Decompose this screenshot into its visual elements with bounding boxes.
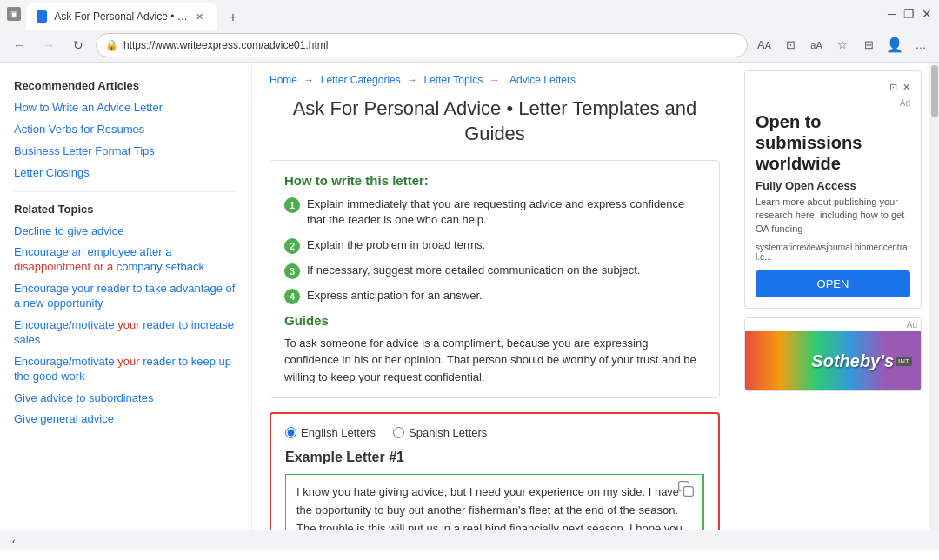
window-icon: ▣ — [7, 7, 21, 21]
how-to-box: How to write this letter: 1 Explain imme… — [270, 160, 720, 398]
restore-btn[interactable]: ❐ — [903, 7, 915, 21]
breadcrumb-letter-categories[interactable]: Letter Categories — [321, 74, 401, 86]
highlight-your2: your — [117, 355, 139, 368]
letter-body: I know you hate giving advice, but I nee… — [285, 474, 704, 530]
guides-text: To ask someone for advice is a complimen… — [284, 335, 705, 386]
sidebar-link-encourage-employee[interactable]: Encourage an employee after a disappoint… — [14, 245, 237, 275]
ad-sidebar: ⊡ ✕ Ad Open to submissions worldwide Ful… — [737, 63, 929, 530]
language-selector: English Letters Spanish Letters — [285, 426, 704, 439]
back-btn[interactable]: ← — [7, 33, 31, 57]
close-btn[interactable]: ✕ — [922, 7, 932, 21]
ad-title: Open to submissions worldwide — [756, 111, 910, 174]
breadcrumb: Home → Letter Categories → Letter Topics… — [270, 74, 720, 86]
new-tab-btn[interactable]: + — [221, 5, 245, 30]
sidebar-link-action-verbs[interactable]: Action Verbs for Resumes — [14, 123, 237, 137]
step-4: 4 Express anticipation for an answer. — [284, 288, 705, 304]
spanish-letters-option[interactable]: Spanish Letters — [393, 426, 487, 439]
tab-strip: Ask For Personal Advice • WriteE ✕ + — [26, 0, 882, 30]
breadcrumb-sep2: → — [407, 74, 417, 86]
english-letters-option[interactable]: English Letters — [285, 426, 376, 439]
step-3: 3 If necessary, suggest more detailed co… — [284, 263, 705, 279]
breadcrumb-sep3: → — [489, 74, 500, 86]
ad-box-1: ⊡ ✕ Ad Open to submissions worldwide Ful… — [744, 70, 922, 309]
ad-box-2: Ad Sotheby'sINT — [744, 317, 922, 391]
add-to-favorites-btn[interactable]: ☆ — [831, 34, 854, 57]
sidebar-link-encourage-good-work[interactable]: Encourage/motivate your reader to keep u… — [14, 355, 237, 384]
step-text-3: If necessary, suggest more detailed comm… — [307, 263, 640, 278]
copy-icon[interactable] — [677, 480, 696, 499]
sothebys-brand: Sotheby's — [811, 351, 894, 371]
nav-bar: ← → ↻ 🔒 https://www.writeexpress.com/adv… — [0, 28, 939, 63]
window-controls: ─ ❐ ✕ — [888, 7, 932, 21]
reload-btn[interactable]: ↻ — [66, 33, 90, 57]
minimize-btn[interactable]: ─ — [888, 7, 896, 21]
highlight-your1: your — [117, 318, 139, 331]
breadcrumb-letter-topics[interactable]: Letter Topics — [423, 74, 483, 86]
browser-chrome: ▣ Ask For Personal Advice • WriteE ✕ + ─… — [0, 0, 939, 63]
address-bar[interactable]: 🔒 https://www.writeexpress.com/advice01.… — [96, 33, 748, 57]
profile-btn[interactable]: 👤 — [883, 34, 906, 57]
scrollbar-track[interactable] — [929, 63, 939, 530]
guides-title: Guides — [284, 313, 705, 328]
breadcrumb-current: Advice Letters — [509, 74, 576, 86]
settings-btn[interactable]: … — [909, 34, 932, 57]
ad-controls: ⊡ ✕ — [756, 82, 910, 93]
letter-text: I know you hate giving advice, but I nee… — [296, 483, 691, 530]
step-1: 1 Explain immediately that you are reque… — [284, 197, 705, 228]
sidebar-link-closings[interactable]: Letter Closings — [14, 166, 237, 181]
reader-mode-btn[interactable]: AA — [753, 34, 776, 57]
sidebar-link-give-general-advice[interactable]: Give general advice — [14, 412, 237, 427]
ad-ctrl-close[interactable]: ✕ — [902, 82, 910, 93]
step-text-2: Explain the problem in broad terms. — [307, 237, 485, 253]
ad-desc: Learn more about publishing your researc… — [756, 196, 910, 236]
bottom-nav-prev[interactable]: ‹ — [7, 534, 21, 548]
step-num-1: 1 — [284, 197, 300, 213]
english-label: English Letters — [301, 426, 376, 439]
recommended-articles-title: Recommended Articles — [14, 79, 237, 92]
page-wrapper: Recommended Articles How to Write an Adv… — [0, 63, 939, 530]
english-radio[interactable] — [285, 427, 296, 438]
sothebys-banner: Sotheby'sINT — [745, 331, 921, 390]
sidebar-link-advice-letter[interactable]: How to Write an Advice Letter — [14, 101, 237, 116]
sothebys-badge: INT — [896, 357, 912, 366]
main-content: Home → Letter Categories → Letter Topics… — [252, 63, 737, 530]
split-screen-btn[interactable]: ⊞ — [857, 34, 880, 57]
url-text: https://www.writeexpress.com/advice01.ht… — [123, 39, 738, 51]
ad-link: systematicreviewsjournal.biomedcentral.c… — [756, 243, 910, 262]
sidebar-link-encourage-reader[interactable]: Encourage your reader to take advantage … — [14, 282, 237, 311]
tab-favicon — [37, 10, 47, 23]
ad-label: Ad — [756, 98, 910, 108]
page-title: Ask For Personal Advice • Letter Templat… — [270, 97, 720, 146]
breadcrumb-sep1: → — [303, 74, 314, 86]
scrollbar-thumb[interactable] — [931, 65, 938, 117]
ad-ctrl-resize[interactable]: ⊡ — [889, 82, 897, 93]
step-text-4: Express anticipation for an answer. — [307, 288, 483, 303]
ad-subtitle: Fully Open Access — [756, 179, 910, 192]
tab-close-btn[interactable]: ✕ — [192, 10, 207, 24]
highlight-disappointment: disappointment or a — [14, 260, 113, 273]
step-2: 2 Explain the problem in broad terms. — [284, 237, 705, 254]
step-num-4: 4 — [284, 289, 300, 304]
active-tab[interactable]: Ask For Personal Advice • WriteE ✕ — [26, 3, 217, 30]
ad-open-btn[interactable]: OPEN — [756, 270, 910, 297]
breadcrumb-home[interactable]: Home — [270, 74, 297, 86]
letter-selector-box: English Letters Spanish Letters Example … — [270, 412, 720, 530]
nav-toolbar: AA ⊡ aA ☆ ⊞ 👤 … — [753, 34, 932, 57]
screenshot-btn[interactable]: ⊡ — [779, 34, 802, 57]
forward-btn[interactable]: → — [37, 33, 61, 57]
example-letter-title: Example Letter #1 — [285, 450, 704, 465]
step-num-3: 3 — [284, 263, 300, 279]
ad2-label: Ad — [745, 318, 921, 331]
bottom-nav: ‹ — [0, 530, 939, 550]
related-topics-title: Related Topics — [14, 203, 237, 216]
spanish-radio[interactable] — [393, 427, 404, 438]
title-bar: ▣ Ask For Personal Advice • WriteE ✕ + ─… — [0, 0, 939, 28]
svg-rect-0 — [684, 487, 694, 497]
spanish-label: Spanish Letters — [409, 426, 487, 439]
immersive-reader-btn[interactable]: aA — [805, 34, 828, 57]
sidebar-link-give-advice-subordinates[interactable]: Give advice to subordinates — [14, 391, 237, 406]
sidebar-link-format-tips[interactable]: Business Letter Format Tips — [14, 144, 237, 159]
sidebar-link-encourage-sales[interactable]: Encourage/motivate your reader to increa… — [14, 318, 237, 348]
step-num-2: 2 — [284, 238, 300, 254]
sidebar-link-decline[interactable]: Decline to give advice — [14, 224, 237, 239]
